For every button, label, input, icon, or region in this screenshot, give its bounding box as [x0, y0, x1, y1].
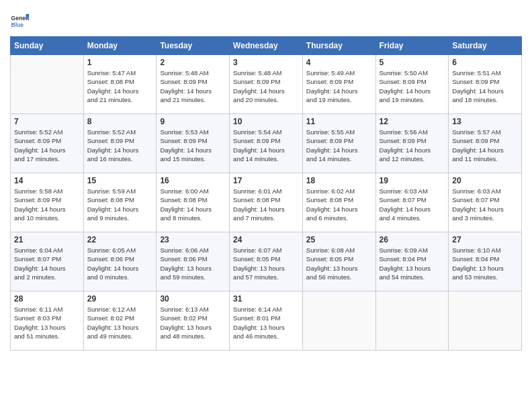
header-day-saturday: Saturday: [449, 37, 522, 55]
calendar-cell: 8Sunrise: 5:52 AM Sunset: 8:09 PM Daylig…: [83, 114, 157, 173]
day-number: 30: [160, 294, 226, 304]
day-number: 13: [452, 117, 518, 126]
day-number: 22: [87, 235, 153, 244]
day-info: Sunrise: 5:59 AM Sunset: 8:08 PM Dayligh…: [87, 187, 153, 222]
calendar-cell: 10Sunrise: 5:54 AM Sunset: 8:09 PM Dayli…: [230, 114, 303, 173]
day-info: Sunrise: 5:52 AM Sunset: 8:09 PM Dayligh…: [87, 128, 153, 163]
calendar-cell: 31Sunrise: 6:14 AM Sunset: 8:01 PM Dayli…: [230, 291, 303, 351]
calendar-cell: 12Sunrise: 5:56 AM Sunset: 8:09 PM Dayli…: [375, 114, 449, 173]
calendar-cell: 2Sunrise: 5:48 AM Sunset: 8:09 PM Daylig…: [157, 55, 230, 114]
calendar-cell: 21Sunrise: 6:04 AM Sunset: 8:07 PM Dayli…: [11, 232, 84, 291]
calendar-cell: 19Sunrise: 6:03 AM Sunset: 8:07 PM Dayli…: [375, 173, 449, 232]
day-info: Sunrise: 5:56 AM Sunset: 8:09 PM Dayligh…: [380, 128, 445, 163]
day-number: 18: [306, 176, 372, 185]
day-number: 29: [87, 294, 153, 304]
calendar-cell: 11Sunrise: 5:55 AM Sunset: 8:09 PM Dayli…: [302, 114, 375, 173]
calendar-cell: 13Sunrise: 5:57 AM Sunset: 8:09 PM Dayli…: [449, 114, 522, 173]
header-day-tuesday: Tuesday: [157, 37, 230, 55]
header: General Blue: [10, 7, 522, 31]
calendar-cell: [302, 291, 375, 351]
calendar-cell: [11, 55, 84, 114]
day-info: Sunrise: 5:58 AM Sunset: 8:09 PM Dayligh…: [14, 187, 80, 222]
calendar-cell: 9Sunrise: 5:53 AM Sunset: 8:09 PM Daylig…: [157, 114, 230, 173]
day-info: Sunrise: 5:57 AM Sunset: 8:09 PM Dayligh…: [452, 128, 518, 163]
day-number: 9: [160, 117, 226, 126]
calendar-cell: 5Sunrise: 5:50 AM Sunset: 8:09 PM Daylig…: [375, 55, 449, 114]
week-row-2: 7Sunrise: 5:52 AM Sunset: 8:09 PM Daylig…: [11, 114, 522, 173]
calendar-cell: 20Sunrise: 6:03 AM Sunset: 8:07 PM Dayli…: [449, 173, 522, 232]
day-number: 23: [160, 235, 226, 244]
day-number: 8: [87, 117, 153, 126]
day-info: Sunrise: 6:03 AM Sunset: 8:07 PM Dayligh…: [380, 187, 445, 222]
calendar-cell: 27Sunrise: 6:10 AM Sunset: 8:04 PM Dayli…: [449, 232, 522, 291]
day-number: 4: [306, 58, 372, 67]
day-number: 11: [306, 117, 372, 126]
svg-text:Blue: Blue: [11, 21, 24, 28]
day-info: Sunrise: 6:07 AM Sunset: 8:05 PM Dayligh…: [233, 246, 299, 281]
calendar-cell: 14Sunrise: 5:58 AM Sunset: 8:09 PM Dayli…: [11, 173, 84, 232]
day-info: Sunrise: 6:05 AM Sunset: 8:06 PM Dayligh…: [87, 246, 153, 281]
day-number: 16: [160, 176, 226, 185]
day-number: 10: [233, 117, 299, 126]
day-info: Sunrise: 6:03 AM Sunset: 8:07 PM Dayligh…: [452, 187, 518, 222]
day-number: 21: [14, 235, 80, 244]
calendar-cell: 22Sunrise: 6:05 AM Sunset: 8:06 PM Dayli…: [83, 232, 157, 291]
day-number: 20: [452, 176, 518, 185]
logo: General Blue: [10, 12, 32, 31]
day-info: Sunrise: 6:10 AM Sunset: 8:04 PM Dayligh…: [452, 246, 518, 281]
day-info: Sunrise: 5:53 AM Sunset: 8:09 PM Dayligh…: [160, 128, 226, 163]
day-number: 15: [87, 176, 153, 185]
day-number: 3: [233, 58, 299, 67]
day-number: 6: [452, 58, 518, 67]
day-number: 28: [14, 294, 80, 304]
day-info: Sunrise: 6:11 AM Sunset: 8:03 PM Dayligh…: [14, 305, 80, 340]
day-number: 31: [233, 294, 299, 304]
calendar-cell: 24Sunrise: 6:07 AM Sunset: 8:05 PM Dayli…: [230, 232, 303, 291]
header-day-wednesday: Wednesday: [230, 37, 303, 55]
day-info: Sunrise: 5:49 AM Sunset: 8:09 PM Dayligh…: [306, 68, 372, 104]
week-row-4: 21Sunrise: 6:04 AM Sunset: 8:07 PM Dayli…: [11, 232, 522, 291]
week-row-1: 1Sunrise: 5:47 AM Sunset: 8:08 PM Daylig…: [11, 55, 522, 114]
day-number: 24: [233, 235, 299, 244]
day-number: 14: [14, 176, 80, 185]
logo-icon: General Blue: [10, 12, 29, 31]
day-info: Sunrise: 6:06 AM Sunset: 8:06 PM Dayligh…: [160, 246, 226, 281]
day-info: Sunrise: 6:12 AM Sunset: 8:02 PM Dayligh…: [87, 305, 153, 340]
header-day-thursday: Thursday: [302, 37, 375, 55]
header-day-sunday: Sunday: [11, 37, 84, 55]
calendar-table: SundayMondayTuesdayWednesdayThursdayFrid…: [10, 36, 522, 351]
calendar-cell: 6Sunrise: 5:51 AM Sunset: 8:09 PM Daylig…: [449, 55, 522, 114]
day-info: Sunrise: 5:55 AM Sunset: 8:09 PM Dayligh…: [306, 128, 372, 163]
day-info: Sunrise: 6:09 AM Sunset: 8:04 PM Dayligh…: [380, 246, 445, 281]
day-info: Sunrise: 5:48 AM Sunset: 8:09 PM Dayligh…: [160, 68, 226, 104]
day-number: 12: [380, 117, 445, 126]
day-info: Sunrise: 5:54 AM Sunset: 8:09 PM Dayligh…: [233, 128, 299, 163]
day-number: 26: [380, 235, 445, 244]
day-number: 2: [160, 58, 226, 67]
day-info: Sunrise: 5:51 AM Sunset: 8:09 PM Dayligh…: [452, 68, 518, 104]
calendar-cell: 30Sunrise: 6:13 AM Sunset: 8:02 PM Dayli…: [157, 291, 230, 351]
calendar-cell: 18Sunrise: 6:02 AM Sunset: 8:08 PM Dayli…: [302, 173, 375, 232]
day-info: Sunrise: 6:00 AM Sunset: 8:08 PM Dayligh…: [160, 187, 226, 222]
calendar-cell: 7Sunrise: 5:52 AM Sunset: 8:09 PM Daylig…: [11, 114, 84, 173]
day-number: 5: [380, 58, 445, 67]
day-info: Sunrise: 5:47 AM Sunset: 8:08 PM Dayligh…: [87, 68, 153, 104]
calendar-cell: 16Sunrise: 6:00 AM Sunset: 8:08 PM Dayli…: [157, 173, 230, 232]
calendar-cell: 3Sunrise: 5:48 AM Sunset: 8:09 PM Daylig…: [230, 55, 303, 114]
day-info: Sunrise: 6:01 AM Sunset: 8:08 PM Dayligh…: [233, 187, 299, 222]
calendar-cell: 25Sunrise: 6:08 AM Sunset: 8:05 PM Dayli…: [302, 232, 375, 291]
calendar-cell: 4Sunrise: 5:49 AM Sunset: 8:09 PM Daylig…: [302, 55, 375, 114]
header-row: SundayMondayTuesdayWednesdayThursdayFrid…: [11, 37, 522, 55]
calendar-cell: 17Sunrise: 6:01 AM Sunset: 8:08 PM Dayli…: [230, 173, 303, 232]
day-info: Sunrise: 5:50 AM Sunset: 8:09 PM Dayligh…: [380, 68, 445, 104]
day-info: Sunrise: 5:48 AM Sunset: 8:09 PM Dayligh…: [233, 68, 299, 104]
week-row-5: 28Sunrise: 6:11 AM Sunset: 8:03 PM Dayli…: [11, 291, 522, 351]
calendar-cell: 1Sunrise: 5:47 AM Sunset: 8:08 PM Daylig…: [83, 55, 157, 114]
day-number: 7: [14, 117, 80, 126]
calendar-cell: [449, 291, 522, 351]
header-day-monday: Monday: [83, 37, 157, 55]
calendar-cell: 23Sunrise: 6:06 AM Sunset: 8:06 PM Dayli…: [157, 232, 230, 291]
header-day-friday: Friday: [375, 37, 449, 55]
day-info: Sunrise: 6:02 AM Sunset: 8:08 PM Dayligh…: [306, 187, 372, 222]
week-row-3: 14Sunrise: 5:58 AM Sunset: 8:09 PM Dayli…: [11, 173, 522, 232]
